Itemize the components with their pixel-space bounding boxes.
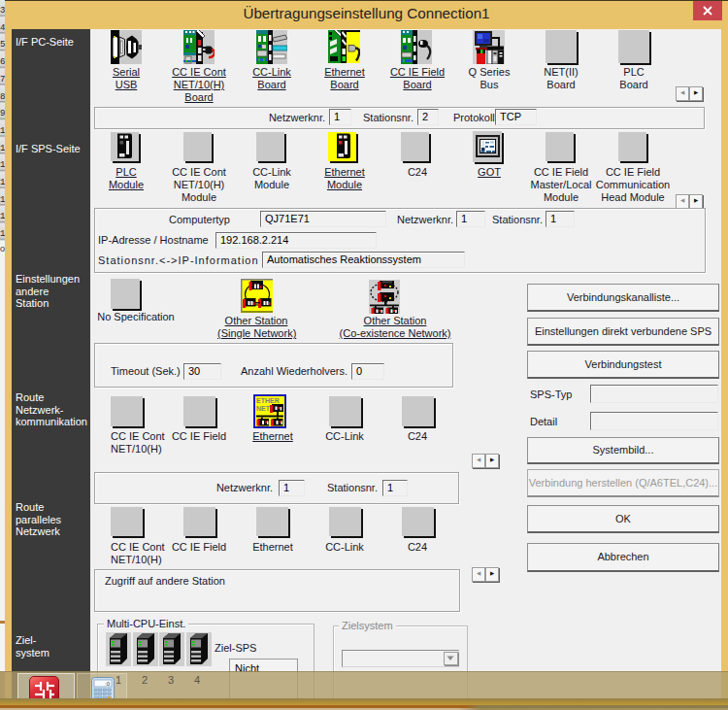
svg-text:ETHER: ETHER [256,397,280,404]
svg-text:NET: NET [256,405,271,412]
